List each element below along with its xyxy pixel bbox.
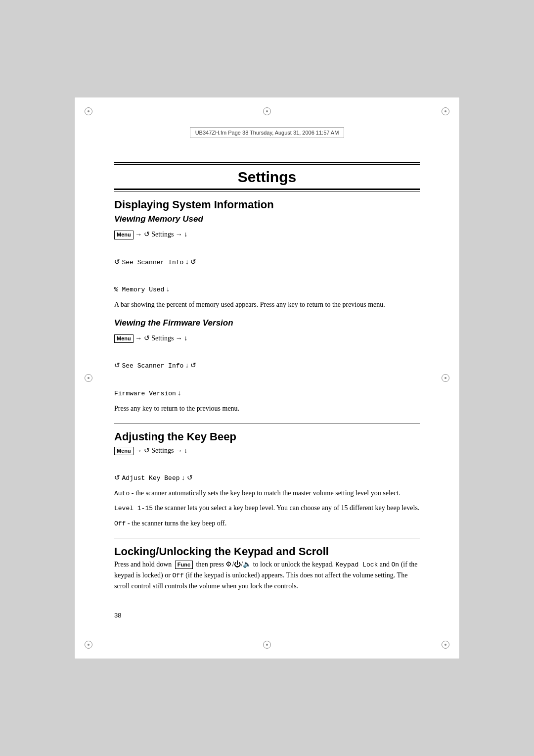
page-title: Settings (114, 169, 420, 186)
off-code2: Off (172, 572, 183, 579)
section3-heading: Locking/Unlocking the Keypad and Scroll (114, 545, 420, 558)
reg-mark-br (441, 640, 450, 650)
keybeep-body2-text: the scanner lets you select a key beep l… (153, 504, 419, 512)
subsection2-heading: Viewing the Firmware Version (114, 318, 420, 328)
keybeep-body2: Level 1-15 the scanner lets you select a… (114, 503, 420, 514)
title-rule-top (114, 162, 420, 165)
title-rule-bottom (114, 189, 420, 191)
reg-mark-bl (84, 640, 93, 650)
nav-line-firmware-2: ↺ See Scanner Info ↓ ↺ (114, 359, 420, 372)
level-code: Level 1-15 (114, 505, 153, 512)
section2-heading: Adjusting the Key Beep (114, 430, 420, 443)
menu-key-badge-3: Menu (114, 447, 134, 455)
nav-line-memory-3: % Memory Used ↓ (114, 283, 420, 295)
keybeep-body1: Auto - the scanner automatically sets th… (114, 488, 420, 499)
nav-line-keybeep-2: ↺ Adjust Key Beep ↓ ↺ (114, 472, 420, 484)
nav-block-memory: Menu → ↺ Settings → ↓ ↺ See Scanner Info… (114, 228, 420, 295)
keybeep-body1-text: - the scanner automatically sets the key… (130, 489, 400, 497)
file-info-bar: UB347ZH.fm Page 38 Thursday, August 31, … (190, 127, 345, 138)
nav-line-firmware-3: Firmware Version ↓ (114, 387, 420, 399)
memory-body-text: A bar showing the percent of memory used… (114, 299, 420, 310)
func-key-badge: Func (175, 561, 193, 569)
nav-line-memory-2: ↺ See Scanner Info ↓ ↺ (114, 256, 420, 268)
nav-line-memory-1: Menu → ↺ Settings → ↓ (114, 228, 420, 240)
section1-heading: Displaying System Information (114, 198, 420, 211)
menu-key-badge-2: Menu (114, 334, 134, 343)
locking-and: and (378, 561, 391, 568)
off-code: Off (114, 520, 126, 527)
reg-mark-tl (84, 106, 93, 116)
reg-mark-tm (262, 106, 272, 116)
menu-key-badge-1: Menu (114, 231, 134, 239)
subsection-viewing-firmware: Viewing the Firmware Version Menu → ↺ Se… (114, 318, 420, 414)
reg-mark-ml (84, 373, 93, 383)
keypad-lock-code: Keypad Lock (336, 561, 378, 568)
locking-mid: then press ⚙/⏻/🔈 to lock or unlock the k… (196, 561, 336, 568)
reg-mark-bm (262, 640, 272, 650)
subsection1-heading: Viewing Memory Used (114, 214, 420, 224)
locking-intro: Press and hold down (114, 561, 172, 568)
auto-code: Auto (114, 490, 130, 497)
keybeep-body3: Off - the scanner turns the key beep off… (114, 518, 420, 529)
section-locking: Locking/Unlocking the Keypad and Scroll … (114, 545, 420, 592)
nav-block-keybeep: Menu → ↺ Settings → ↓ ↺ Adjust Key Beep … (114, 444, 420, 484)
nav-line-keybeep-1: Menu → ↺ Settings → ↓ (114, 444, 420, 457)
page: UB347ZH.fm Page 38 Thursday, August 31, … (74, 97, 460, 659)
section-key-beep: Adjusting the Key Beep Menu → ↺ Settings… (114, 430, 420, 529)
subsection-viewing-memory: Viewing Memory Used Menu → ↺ Settings → … (114, 214, 420, 310)
section-rule-3 (114, 538, 420, 538)
reg-mark-tr (441, 106, 450, 116)
firmware-body-text: Press any key to return to the previous … (114, 403, 420, 414)
locking-body: Press and hold down Func then press ⚙/⏻/… (114, 559, 420, 592)
page-number: 38 (114, 612, 420, 619)
on-code: On (392, 561, 400, 568)
section-displaying-system-info: Displaying System Information Viewing Me… (114, 198, 420, 414)
keybeep-body3-text: - the scanner turns the key beep off. (126, 520, 226, 527)
nav-block-firmware: Menu → ↺ Settings → ↓ ↺ See Scanner Info… (114, 332, 420, 399)
nav-line-firmware-1: Menu → ↺ Settings → ↓ (114, 332, 420, 344)
section-rule-2 (114, 423, 420, 424)
reg-mark-mr (441, 373, 450, 383)
